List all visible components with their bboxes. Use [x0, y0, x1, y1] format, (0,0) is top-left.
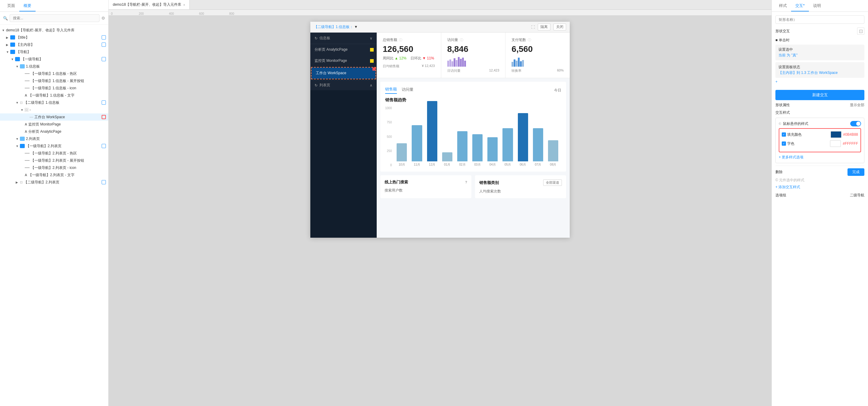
nav-item-analytic[interactable]: 分析页 AnalyticPage ⚡ [310, 44, 377, 55]
tree-item-list-icon[interactable]: ▶ 【一级导航】2.列表页 - icon [0, 164, 108, 171]
A-icon-analytic: A [25, 130, 27, 133]
preview-actions: ⛶ 隔离 关闭 [531, 24, 566, 30]
folder-icon-main [10, 42, 15, 47]
nav-info-header[interactable]: ↻ 信息板 ∨ [310, 33, 377, 44]
tree-item-list-expand[interactable]: ▶ 【一级导航】2.列表页 - 展开按钮 [0, 157, 108, 164]
fill-color-swatch[interactable] [831, 131, 841, 138]
tab-pages[interactable]: 页面 [3, 0, 19, 11]
canvas-area[interactable]: 【二级导航】1.信息板： ▼ ⛶ 隔离 关闭 ↻ 信息板 [108, 16, 772, 406]
search-input[interactable] [10, 14, 99, 22]
stat-extra-visits: 日访问量 12,423 [447, 68, 499, 73]
tree-item-monitor[interactable]: ▶ A 监控页 MonitorPage [0, 121, 108, 128]
tree-item-hotzone[interactable]: ▶ 【一级导航】1.信息板 - 热区 [0, 70, 108, 77]
font-color-swatch[interactable] [830, 140, 841, 147]
chart-tab-visits[interactable]: 访问量 [402, 87, 413, 94]
tree-item-nav[interactable]: ▼ 【导航】 [0, 48, 108, 56]
tab-overview[interactable]: 概要 [19, 0, 36, 11]
bar-oct-label: 10月 [399, 163, 405, 167]
close-btn[interactable]: 关闭 [553, 24, 566, 30]
fill-check-icon[interactable]: ✓ [782, 132, 786, 137]
tab-style[interactable]: 样式 [775, 0, 791, 11]
tree-item-info-board[interactable]: ▼ 1.信息板 [0, 63, 108, 70]
expand-icon[interactable]: ⛶ [531, 25, 535, 29]
element-selected-style: © 元件选中的样式 + 添加交互样式 [775, 178, 864, 190]
corner-icon[interactable]: ⊡ [857, 27, 864, 35]
tree-item-expand-btn[interactable]: ▶ 【一级导航】1.信息板 - 展开按钮 [0, 77, 108, 85]
option-group-value: 二级导航 [850, 193, 864, 198]
font-check-icon[interactable]: ✓ [782, 142, 786, 146]
shape-name-input[interactable] [775, 15, 864, 24]
font-color-label: ✓ 字色 [782, 141, 795, 146]
right-panel: 样式 交互● 说明 形状交互 ⊡ ■ 单击时 设置选中 当前 为 "真" 设置面… [772, 0, 868, 406]
nav-list-header[interactable]: ↻ 列表页 ∧ [310, 80, 377, 90]
info-icon-visits[interactable]: ⓘ [460, 38, 463, 42]
filter-icon[interactable]: ⚙ [101, 16, 105, 21]
mini-bar-1 [447, 61, 449, 67]
color-settings-box: ✓ 填充颜色 #0B4B88 ✓ 字色 #FFFFFF [779, 128, 861, 152]
bar-nov-label: 11月 [414, 163, 420, 167]
tree-item-title[interactable]: ▶ 【title】 [0, 34, 108, 41]
add-interact-style-btn[interactable]: + 添加交互样式 [775, 185, 864, 190]
second-nav-arrow: ▼ [16, 101, 20, 104]
tree-item-list-hotzone[interactable]: ▶ 【一级导航】2.列表页 - 热区 [0, 150, 108, 157]
tab-label: demo18【导航栏-展开、收起】导入元件库 [113, 2, 181, 7]
t-mini-bar-1 [512, 62, 513, 67]
folder-icon-first-nav [15, 57, 20, 61]
isolate-btn[interactable]: 隔离 [538, 24, 550, 30]
hot-search-info[interactable]: ? [465, 180, 467, 184]
nav-sidebar: ↻ 信息板 ∨ 分析页 AnalyticPage ⚡ 监控页 MonitorPa… [310, 33, 377, 238]
hover-toggle[interactable] [850, 121, 861, 126]
bar-mar-bar [472, 134, 483, 161]
more-options-btn[interactable]: + 更多样式选项 [779, 155, 861, 160]
folder-icon-info [20, 64, 25, 68]
tree-item-text[interactable]: ▶ A 【一级导航】1.信息板 - 文字 [0, 92, 108, 99]
tree-item-first-nav-list[interactable]: ▼ 【一级导航】2.列表页 [0, 143, 108, 150]
tree-item-list-board[interactable]: ▼ 2.列表页 [0, 135, 108, 143]
tree-item-main-content[interactable]: ▶ 【主内容】 [0, 41, 108, 48]
show-all-btn[interactable]: 显示全部 [850, 102, 864, 108]
layers-icon-list: ⊡ [20, 180, 23, 184]
nav-item-monitor[interactable]: 监控页 MonitorPage ⚡ [310, 55, 377, 66]
tree-item-second-nav-list[interactable]: ▶ ⊡ 【二级导航】2.列表页 [0, 179, 108, 186]
sales-category-title: 销售额类别 全部渠道 [479, 180, 562, 186]
tree-item-list-text[interactable]: ▶ A 【一级导航】2.列表页 - 文字 [0, 171, 108, 179]
complete-btn[interactable]: 完成 [847, 168, 864, 176]
chart-date: 今日 [554, 88, 561, 93]
tree-item-analytic[interactable]: ▶ A 分析页 AnalyticPage [0, 128, 108, 135]
info-icon-transactions[interactable]: ⓘ [528, 38, 531, 42]
new-interaction-btn[interactable]: 新建交互 [775, 90, 864, 100]
tab-explain[interactable]: 说明 [809, 0, 825, 11]
chart-title: 销售额趋势 [385, 97, 406, 103]
action1-label: 设置选中 [778, 47, 861, 52]
first-nav-list-arrow: ▼ [16, 145, 20, 148]
tree-item-dash[interactable]: ▼ □ - [0, 106, 108, 114]
bar-jun: 06月 [518, 113, 528, 167]
tree-root[interactable]: ▼ demo18【导航栏-展开、收起】导入元件库 [0, 27, 108, 34]
hot-search-card: 线上热门搜索 ? 搜索用户数 [380, 175, 471, 198]
chart-tab-sales[interactable]: 销售额 [385, 87, 397, 94]
tree-item-icon[interactable]: ▶ 【一级导航】1.信息板 - icon [0, 85, 108, 92]
mini-bar-4 [454, 58, 456, 67]
t-mini-bar-5 [520, 61, 522, 67]
action-set-panel: 设置面板状态 【主内容】到 1.3 工作台 WorkSpace [775, 62, 864, 78]
bar-mar-label: 03月 [474, 163, 481, 167]
center-tab[interactable]: demo18【导航栏-展开、收起】导入元件库 × [108, 0, 190, 9]
tree-item-workspace[interactable]: ▶ — 工作台 WorkSpace [0, 114, 108, 121]
tree-item-first-nav[interactable]: ▼ 【一级导航】 [0, 56, 108, 63]
y-250: 250 [385, 149, 392, 153]
delete-btn[interactable]: 删除 [775, 169, 783, 175]
tab-interact[interactable]: 交互● [791, 0, 809, 11]
refresh-icon-list: ↻ [315, 83, 318, 88]
tree-item-second-nav[interactable]: ▼ ⊡ 【二级导航】1.信息板 [0, 99, 108, 106]
info-icon-sales[interactable]: ⓘ [399, 38, 402, 42]
action2-label: 设置面板状态 [778, 65, 861, 70]
all-channels-btn[interactable]: 全部渠道 [543, 180, 562, 186]
tab-close-btn[interactable]: × [183, 3, 185, 7]
add-action-btn[interactable]: + [775, 80, 864, 84]
folder-icon-nav [10, 50, 15, 54]
title-label: 【title】 [16, 35, 29, 40]
preview-window: 【二级导航】1.信息板： ▼ ⛶ 隔离 关闭 ↻ 信息板 [310, 22, 570, 238]
first-nav-label: 【一级导航】 [21, 57, 43, 62]
nav-item-workspace[interactable]: 工作台 WorkSpace [312, 68, 375, 79]
bar-jan: 01月 [442, 152, 453, 167]
